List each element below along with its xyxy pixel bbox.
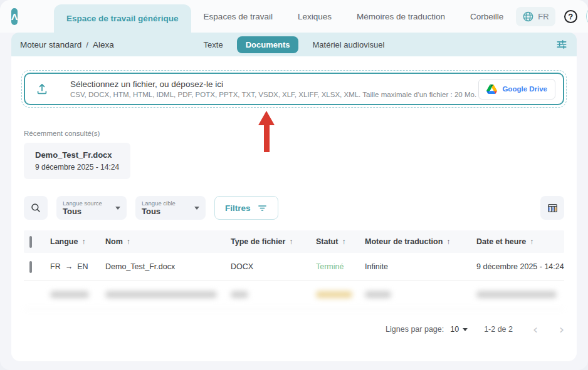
source-language-select[interactable]: Langue source Tous [56, 196, 127, 220]
recent-label: Récemment consulté(s) [24, 130, 564, 137]
language-pair: FR → EN [50, 262, 105, 271]
breadcrumb-current: Alexa [93, 40, 114, 49]
filter-toolbar: Langue source Tous Langue cible Tous Fil… [24, 196, 564, 220]
redacted-file-name [105, 291, 217, 298]
col-label: Statut [316, 237, 338, 246]
tab-label: Corbeille [470, 12, 503, 21]
col-label: Date et heure [476, 237, 526, 246]
help-glyph: ? [568, 12, 573, 21]
breadcrumb-separator: / [86, 40, 88, 49]
tab-espaces-de-travail[interactable]: Espaces de travail [191, 0, 285, 33]
col-label: Type de fichier [231, 237, 285, 246]
google-drive-icon [486, 85, 497, 94]
chevron-down-icon [115, 207, 120, 210]
tab-texte[interactable]: Texte [195, 36, 232, 53]
status-badge: Terminé [316, 262, 365, 271]
filter-icon [257, 203, 268, 213]
col-langue[interactable]: Langue↑ [50, 237, 105, 246]
col-nom[interactable]: Nom↑ [105, 237, 231, 246]
sort-asc-icon: ↑ [127, 237, 130, 246]
main-tabs: Espace de travail générique Espaces de t… [54, 0, 516, 33]
source-language-value: Tous [63, 207, 115, 216]
search-button[interactable] [24, 196, 48, 220]
arrow-right-icon: → [65, 262, 73, 271]
settings-sliders-icon[interactable] [555, 38, 568, 51]
columns-config-button[interactable] [540, 196, 564, 220]
table-row[interactable]: FR → EN Demo_Test_Fr.docx DOCX Terminé I… [24, 253, 564, 281]
filters-button[interactable]: Filtres [214, 196, 278, 220]
tab-documents[interactable]: Documents [237, 36, 299, 53]
help-button[interactable]: ? [564, 10, 577, 23]
previous-page-button[interactable]: ‹ [533, 323, 538, 336]
upload-icon [35, 82, 49, 96]
translation-engine: Infinite [365, 262, 476, 271]
rows-per-page-label: Lignes par page: [386, 325, 444, 334]
globe-icon [522, 11, 534, 23]
recent-file-card[interactable]: Demo_Test_Fr.docx 9 décembre 2025 - 14:2… [24, 143, 130, 179]
col-label: Langue [50, 237, 78, 246]
redacted-file-type [231, 291, 248, 298]
breadcrumb-parent[interactable]: Moteur standard [20, 40, 81, 49]
tab-label: Mémoires de traduction [357, 12, 445, 21]
sort-asc-icon: ↑ [81, 237, 85, 246]
chevron-down-icon [194, 207, 199, 210]
tab-corbeille[interactable]: Corbeille [458, 0, 516, 33]
target-language-value: Tous [142, 207, 194, 216]
tab-label: Matériel audiovisuel [312, 40, 384, 49]
next-page-button[interactable]: › [559, 323, 564, 336]
file-type: DOCX [231, 262, 316, 271]
col-type-de-fichier[interactable]: Type de fichier↑ [231, 237, 316, 246]
col-statut[interactable]: Statut↑ [316, 237, 365, 246]
recent-file-date: 9 décembre 2025 - 14:24 [35, 163, 119, 172]
documents-table: Langue↑ Nom↑ Type de fichier↑ Statut↑ Mo… [24, 230, 564, 309]
pagination-bar: Lignes par page: 10 1-2 de 2 ‹ › [24, 323, 564, 336]
col-moteur-de-traduction[interactable]: Moteur de traduction↑ [365, 237, 476, 246]
dropzone-formats: CSV, DOCX, HTM, HTML, IDML, PDF, POTX, P… [70, 91, 476, 98]
pagination-range: 1-2 de 2 [484, 325, 513, 334]
file-name[interactable]: Demo_Test_Fr.docx [105, 262, 231, 271]
google-drive-button[interactable]: Google Drive [478, 79, 555, 100]
row-checkbox[interactable] [29, 261, 32, 273]
file-dropzone[interactable]: Sélectionnez un fichier, ou déposez-le i… [24, 73, 564, 105]
date-time: 9 décembre 2025 - 14:24 [476, 262, 564, 271]
language-code: FR [538, 12, 549, 21]
tab-label: Lexiques [298, 12, 332, 21]
recent-file-name: Demo_Test_Fr.docx [35, 150, 119, 160]
content-type-tabs: Texte Documents Matériel audiovisuel [195, 36, 394, 53]
dropzone-title: Sélectionnez un fichier, ou déposez-le i… [70, 80, 476, 89]
tab-label: Espaces de travail [204, 12, 273, 21]
col-date-et-heure[interactable]: Date et heure↑ [476, 237, 564, 246]
top-navigation-bar: Λ Espace de travail générique Espaces de… [0, 0, 588, 33]
table-header-row: Langue↑ Nom↑ Type de fichier↑ Statut↑ Mo… [24, 230, 564, 253]
lang-from: FR [50, 262, 61, 271]
tab-memoires-de-traduction[interactable]: Mémoires de traduction [344, 0, 458, 33]
logo-glyph: Λ [11, 11, 18, 22]
sort-asc-icon: ↑ [342, 237, 345, 246]
rows-per-page-select[interactable]: 10 [450, 325, 468, 334]
target-language-select[interactable]: Langue cible Tous [135, 196, 206, 220]
tab-label: Texte [204, 40, 223, 49]
tab-espace-de-travail-generique[interactable]: Espace de travail générique [54, 4, 191, 33]
search-icon [30, 202, 41, 213]
lang-to: EN [77, 262, 88, 271]
main-content: Sélectionnez un fichier, ou déposez-le i… [11, 56, 577, 361]
table-row-redacted[interactable] [24, 281, 564, 309]
arrow-head [258, 111, 275, 125]
col-label: Moteur de traduction [365, 237, 443, 246]
col-label: Nom [105, 237, 123, 246]
context-bar: Moteur standard / Alexa Texte Documents … [11, 33, 577, 56]
tab-materiel-audiovisuel[interactable]: Matériel audiovisuel [303, 36, 393, 53]
tab-label: Espace de travail générique [66, 14, 179, 23]
select-all-checkbox[interactable] [29, 236, 32, 248]
google-drive-label: Google Drive [502, 85, 547, 93]
sort-asc-icon: ↑ [446, 237, 450, 246]
target-language-label: Langue cible [142, 200, 194, 207]
rows-per-page-value: 10 [450, 325, 459, 334]
ui-language-selector[interactable]: FR [516, 7, 555, 26]
sort-asc-icon: ↑ [289, 237, 293, 246]
app-logo[interactable]: Λ [11, 8, 18, 25]
tab-lexiques[interactable]: Lexiques [285, 0, 344, 33]
filters-label: Filtres [225, 203, 251, 213]
redacted-date-time [476, 291, 557, 298]
tab-label: Documents [246, 40, 290, 49]
